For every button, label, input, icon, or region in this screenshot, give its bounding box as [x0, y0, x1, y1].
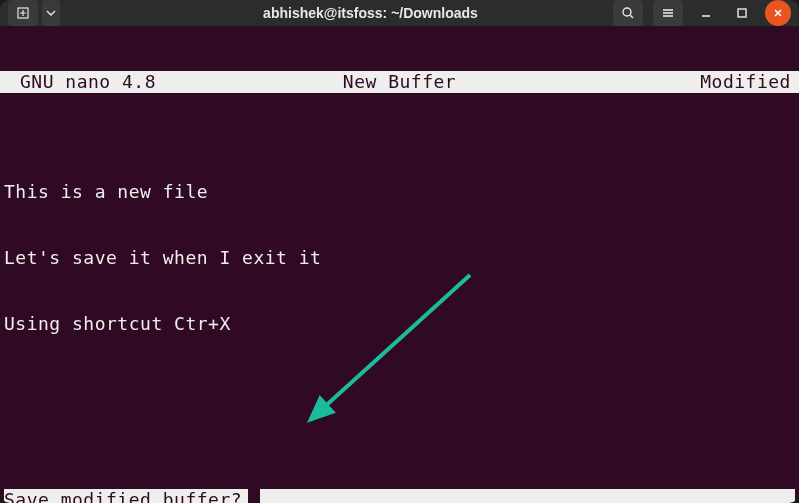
- search-icon: [621, 6, 635, 20]
- prompt-cursor-gap: [248, 489, 260, 503]
- minimize-icon: [700, 7, 712, 19]
- content-line: This is a new file: [4, 181, 795, 203]
- svg-line-4: [630, 15, 633, 18]
- editor-content: This is a new file Let's save it when I …: [0, 137, 799, 379]
- content-line: Let's save it when I exit it: [4, 247, 795, 269]
- minimize-button[interactable]: [693, 0, 719, 26]
- titlebar-right: [613, 0, 791, 26]
- nano-modified-flag: Modified: [534, 71, 795, 93]
- nano-buffer-name: New Buffer: [265, 71, 534, 93]
- close-button[interactable]: [765, 0, 791, 26]
- svg-point-3: [623, 8, 631, 16]
- terminal-window: abhishek@itsfoss: ~/Downloads: [0, 0, 799, 503]
- titlebar: abhishek@itsfoss: ~/Downloads: [0, 0, 799, 26]
- maximize-icon: [736, 7, 748, 19]
- newtab-icon: [16, 6, 30, 20]
- menu-button[interactable]: [653, 0, 683, 26]
- content-line: Using shortcut Ctr+X: [4, 313, 795, 335]
- svg-rect-9: [738, 9, 746, 17]
- terminal-area[interactable]: GNU nano 4.8 New Buffer Modified This is…: [0, 26, 799, 503]
- nano-header: GNU nano 4.8 New Buffer Modified: [0, 71, 799, 93]
- chevron-down-icon: [46, 8, 56, 18]
- save-prompt-bar: Save modified buffer?: [4, 489, 795, 503]
- new-tab-button[interactable]: [8, 0, 38, 26]
- search-button[interactable]: [613, 0, 643, 26]
- titlebar-left: [8, 0, 128, 26]
- tab-dropdown-button[interactable]: [42, 0, 60, 26]
- hamburger-icon: [661, 6, 675, 20]
- save-prompt-text: Save modified buffer?: [4, 489, 242, 503]
- close-icon: [772, 7, 784, 19]
- maximize-button[interactable]: [729, 0, 755, 26]
- nano-version: GNU nano 4.8: [4, 71, 265, 93]
- window-title: abhishek@itsfoss: ~/Downloads: [128, 5, 613, 21]
